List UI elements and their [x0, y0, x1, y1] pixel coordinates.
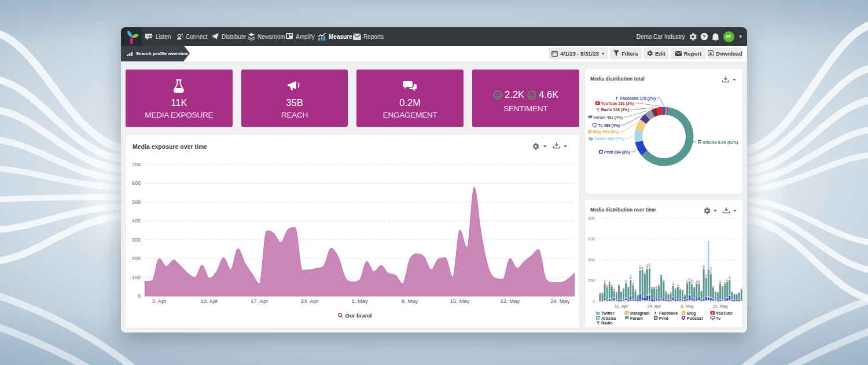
svg-text:?: ?	[703, 34, 705, 39]
svg-text:200: 200	[588, 279, 595, 283]
svg-text:YouTube 281 (3%): YouTube 281 (3%)	[601, 101, 634, 106]
svg-text:600: 600	[132, 180, 141, 186]
svg-text:Articles: Articles	[601, 316, 616, 320]
svg-text:Facebook: Facebook	[659, 311, 678, 315]
svg-text:700: 700	[132, 162, 141, 167]
svg-text:YouTube: YouTube	[716, 311, 733, 315]
svg-text:3. Apr: 3. Apr	[152, 298, 167, 304]
svg-text:Radio: Radio	[601, 321, 612, 325]
svg-text:17. Apr: 17. Apr	[251, 298, 268, 304]
svg-text:Instagram: Instagram	[630, 311, 649, 316]
svg-text:Our brand: Our brand	[345, 312, 372, 319]
svg-text:300: 300	[132, 237, 141, 243]
svg-text:15. May: 15. May	[450, 298, 470, 304]
svg-text:8. May: 8. May	[402, 298, 418, 304]
svg-text:Podcast: Podcast	[687, 316, 703, 320]
svg-text:Print 884 (8%): Print 884 (8%)	[604, 150, 630, 155]
svg-text:Radio 328 (3%): Radio 328 (3%)	[601, 108, 629, 112]
svg-text:800: 800	[588, 216, 595, 220]
svg-text:b: b	[589, 130, 590, 133]
svg-text:Articles 6.6K (61%): Articles 6.6K (61%)	[703, 140, 738, 145]
svg-text:Forum 461 (4%): Forum 461 (4%)	[593, 115, 623, 120]
svg-text:8. May: 8. May	[681, 304, 694, 309]
svg-text:400: 400	[588, 258, 595, 262]
svg-text:Tv 489 (4%): Tv 489 (4%)	[598, 123, 620, 128]
svg-text:Tv: Tv	[716, 316, 720, 320]
svg-text:Print: Print	[659, 316, 669, 320]
svg-text:Facebook 178 (2%): Facebook 178 (2%)	[620, 96, 656, 101]
svg-text:29. May: 29. May	[550, 298, 570, 304]
svg-text:0: 0	[138, 293, 141, 299]
svg-text:Twitter: Twitter	[601, 311, 615, 315]
svg-text:b: b	[682, 311, 684, 315]
svg-text:Forum: Forum	[630, 316, 643, 320]
svg-text:600: 600	[588, 237, 595, 241]
svg-text:24. Apr: 24. Apr	[648, 304, 661, 309]
svg-text:200: 200	[132, 256, 141, 261]
svg-text:100: 100	[132, 275, 141, 280]
svg-text:400: 400	[132, 218, 141, 224]
svg-text:f: f	[616, 96, 617, 101]
svg-text:10. Apr: 10. Apr	[201, 298, 218, 304]
svg-text:Blog 693 (6%): Blog 693 (6%)	[593, 130, 619, 134]
svg-text:10. Apr: 10. Apr	[615, 304, 628, 309]
svg-text:Blog: Blog	[687, 311, 696, 316]
svg-text:500: 500	[132, 199, 141, 205]
svg-text:22. May: 22. May	[500, 298, 520, 304]
svg-text:24. Apr: 24. Apr	[301, 298, 318, 304]
svg-text:f: f	[654, 311, 656, 316]
svg-text:22. May: 22. May	[712, 304, 728, 309]
svg-text:0: 0	[593, 300, 595, 304]
svg-text:Twitter 804 (7%): Twitter 804 (7%)	[594, 137, 624, 141]
svg-text:1. May: 1. May	[351, 298, 368, 304]
